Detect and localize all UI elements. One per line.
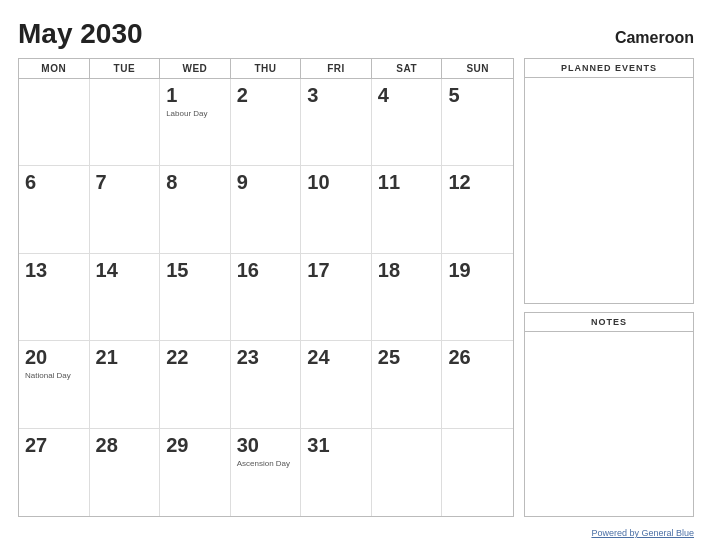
day-number: 28 xyxy=(96,433,154,457)
main-content: MONTUEWEDTHUFRISATSUN 1Labour Day2345678… xyxy=(18,58,694,517)
day-cell-9: 9 xyxy=(231,166,302,253)
day-cell-28: 28 xyxy=(90,429,161,516)
empty-cell xyxy=(19,79,90,166)
day-cell-13: 13 xyxy=(19,254,90,341)
day-event: Ascension Day xyxy=(237,459,295,469)
day-number: 31 xyxy=(307,433,365,457)
day-cell-25: 25 xyxy=(372,341,443,428)
day-header-mon: MON xyxy=(19,59,90,78)
day-number: 19 xyxy=(448,258,507,282)
country-title: Cameroon xyxy=(615,29,694,47)
day-number: 22 xyxy=(166,345,224,369)
day-number: 8 xyxy=(166,170,224,194)
day-header-wed: WED xyxy=(160,59,231,78)
day-cell-22: 22 xyxy=(160,341,231,428)
day-cell-27: 27 xyxy=(19,429,90,516)
notes-label: NOTES xyxy=(525,313,693,332)
day-number: 2 xyxy=(237,83,295,107)
day-number: 25 xyxy=(378,345,436,369)
day-number: 24 xyxy=(307,345,365,369)
planned-events-label: PLANNED EVENTS xyxy=(525,59,693,78)
day-cell-29: 29 xyxy=(160,429,231,516)
empty-cell xyxy=(372,429,443,516)
day-header-sun: SUN xyxy=(442,59,513,78)
day-cell-4: 4 xyxy=(372,79,443,166)
planned-events-box: PLANNED EVENTS xyxy=(524,58,694,304)
day-number: 3 xyxy=(307,83,365,107)
day-header-thu: THU xyxy=(231,59,302,78)
side-panel: PLANNED EVENTS NOTES xyxy=(524,58,694,517)
day-cell-7: 7 xyxy=(90,166,161,253)
empty-cell xyxy=(442,429,513,516)
day-cell-15: 15 xyxy=(160,254,231,341)
day-number: 13 xyxy=(25,258,83,282)
footer: Powered by General Blue xyxy=(18,522,694,540)
day-headers: MONTUEWEDTHUFRISATSUN xyxy=(19,59,513,79)
day-cell-30: 30Ascension Day xyxy=(231,429,302,516)
day-number: 4 xyxy=(378,83,436,107)
day-cell-10: 10 xyxy=(301,166,372,253)
day-number: 6 xyxy=(25,170,83,194)
day-number: 30 xyxy=(237,433,295,457)
day-number: 16 xyxy=(237,258,295,282)
day-cell-3: 3 xyxy=(301,79,372,166)
day-cell-14: 14 xyxy=(90,254,161,341)
day-cell-20: 20National Day xyxy=(19,341,90,428)
day-number: 18 xyxy=(378,258,436,282)
month-title: May 2030 xyxy=(18,18,143,50)
day-cell-12: 12 xyxy=(442,166,513,253)
calendar-page: May 2030 Cameroon MONTUEWEDTHUFRISATSUN … xyxy=(0,0,712,550)
day-number: 26 xyxy=(448,345,507,369)
day-cell-24: 24 xyxy=(301,341,372,428)
day-number: 1 xyxy=(166,83,224,107)
day-cell-26: 26 xyxy=(442,341,513,428)
day-cell-5: 5 xyxy=(442,79,513,166)
day-number: 7 xyxy=(96,170,154,194)
day-header-fri: FRI xyxy=(301,59,372,78)
day-number: 15 xyxy=(166,258,224,282)
day-cell-8: 8 xyxy=(160,166,231,253)
calendar-grid: 1Labour Day23456789101112131415161718192… xyxy=(19,79,513,516)
header-row: May 2030 Cameroon xyxy=(18,18,694,50)
calendar-section: MONTUEWEDTHUFRISATSUN 1Labour Day2345678… xyxy=(18,58,514,517)
day-number: 23 xyxy=(237,345,295,369)
footer-link[interactable]: Powered by General Blue xyxy=(591,528,694,538)
day-number: 14 xyxy=(96,258,154,282)
day-event: National Day xyxy=(25,371,83,381)
day-cell-11: 11 xyxy=(372,166,443,253)
notes-content xyxy=(525,332,693,516)
day-number: 27 xyxy=(25,433,83,457)
empty-cell xyxy=(90,79,161,166)
day-header-sat: SAT xyxy=(372,59,443,78)
day-number: 11 xyxy=(378,170,436,194)
day-cell-16: 16 xyxy=(231,254,302,341)
day-number: 9 xyxy=(237,170,295,194)
day-number: 10 xyxy=(307,170,365,194)
day-cell-2: 2 xyxy=(231,79,302,166)
day-cell-31: 31 xyxy=(301,429,372,516)
day-cell-23: 23 xyxy=(231,341,302,428)
day-number: 17 xyxy=(307,258,365,282)
day-event: Labour Day xyxy=(166,109,224,119)
day-cell-6: 6 xyxy=(19,166,90,253)
day-cell-17: 17 xyxy=(301,254,372,341)
day-number: 29 xyxy=(166,433,224,457)
day-header-tue: TUE xyxy=(90,59,161,78)
day-number: 5 xyxy=(448,83,507,107)
day-cell-1: 1Labour Day xyxy=(160,79,231,166)
day-number: 12 xyxy=(448,170,507,194)
notes-box: NOTES xyxy=(524,312,694,517)
day-cell-21: 21 xyxy=(90,341,161,428)
day-cell-19: 19 xyxy=(442,254,513,341)
day-number: 21 xyxy=(96,345,154,369)
planned-events-content xyxy=(525,78,693,303)
day-number: 20 xyxy=(25,345,83,369)
day-cell-18: 18 xyxy=(372,254,443,341)
